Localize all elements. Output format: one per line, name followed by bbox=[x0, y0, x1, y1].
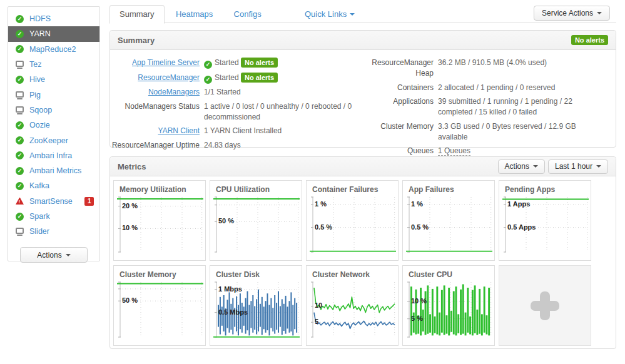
sidebar-service-list: ✓HDFS✓YARN✓MapReduce2Tez✓HivePigSqoop✓Oo… bbox=[8, 11, 99, 239]
chart-axis-label: 0.5 % bbox=[411, 223, 429, 231]
sidebar-item-zookeeper[interactable]: ✓ZooKeeper bbox=[8, 133, 99, 148]
chevron-down-icon bbox=[66, 254, 71, 256]
sidebar-item-pig[interactable]: Pig bbox=[8, 87, 99, 102]
metric-tile-pending-apps[interactable]: Pending Apps1 Apps0.5 Apps bbox=[499, 180, 591, 261]
chevron-down-icon bbox=[596, 165, 601, 168]
service-actions-label: Service Actions bbox=[542, 9, 593, 18]
sidebar-item-label: MapReduce2 bbox=[29, 45, 76, 54]
tab-summary[interactable]: Summary bbox=[109, 5, 165, 24]
ambari-yarn-summary-page: ✓HDFS✓YARN✓MapReduce2Tez✓HivePigSqoop✓Oo… bbox=[0, 0, 625, 364]
chart-axis-label: 10 % bbox=[122, 224, 138, 231]
summary-body: App Timeline Server✓Started No alertsRes… bbox=[110, 50, 616, 160]
metric-tile-title: Pending Apps bbox=[499, 181, 591, 196]
summary-left-column: App Timeline Server✓Started No alertsRes… bbox=[111, 58, 359, 160]
sidebar-item-hdfs[interactable]: ✓HDFS bbox=[8, 11, 99, 26]
sidebar-actions-button[interactable]: Actions bbox=[20, 247, 87, 263]
summary-row-label: Applications bbox=[359, 96, 438, 118]
time-range-button[interactable]: Last 1 hour bbox=[548, 159, 608, 174]
alert-triangle-icon: ! bbox=[16, 198, 24, 205]
summary-row-app-timeline-server: App Timeline Server✓Started No alerts bbox=[111, 58, 359, 69]
summary-row-nodemanagers: NodeManagers1/1 Started bbox=[111, 87, 359, 98]
health-ok-icon: ✓ bbox=[16, 30, 24, 38]
metric-tile-chart: 1 Apps0.5 Apps bbox=[502, 196, 587, 253]
sidebar-item-slider[interactable]: Slider bbox=[8, 224, 99, 239]
add-widget-tile[interactable] bbox=[499, 265, 591, 346]
health-ok-icon: ✓ bbox=[204, 61, 212, 69]
tab-configs[interactable]: Configs bbox=[225, 6, 271, 23]
sidebar-item-tez[interactable]: Tez bbox=[8, 57, 99, 72]
summary-panel: Summary No alerts App Timeline Server✓St… bbox=[109, 30, 616, 148]
summary-row-value: 36.2 MB / 910.5 MB (4.0% used) bbox=[438, 58, 607, 79]
summary-row-value: 1 YARN Client Installed bbox=[204, 126, 359, 136]
health-ok-icon: ✓ bbox=[16, 167, 24, 175]
exclamation-mark: ! bbox=[19, 200, 21, 205]
sidebar-item-oozie[interactable]: ✓Oozie bbox=[8, 118, 99, 133]
summary-row-applications: Applications39 submitted / 1 running / 1… bbox=[359, 96, 607, 118]
sidebar-item-label: Ambari Metrics bbox=[29, 166, 81, 175]
sidebar-item-mapreduce2[interactable]: ✓MapReduce2 bbox=[8, 42, 99, 57]
chart-axis-label: 10 bbox=[315, 301, 322, 309]
health-ok-icon: ✓ bbox=[16, 15, 24, 23]
no-alerts-badge[interactable]: No alerts bbox=[241, 73, 278, 83]
summary-label-link[interactable]: YARN Client bbox=[158, 126, 200, 135]
sidebar-item-kafka[interactable]: ✓Kafka bbox=[8, 178, 99, 193]
metric-tile-cluster-disk[interactable]: Cluster Disk1 Mbps0.5 Mbps bbox=[210, 265, 302, 346]
sidebar-item-label: Spark bbox=[29, 212, 50, 221]
chevron-down-icon bbox=[533, 165, 538, 168]
summary-row-queues: Queues1 Queues bbox=[359, 146, 607, 156]
summary-row-value: 24.83 days bbox=[204, 140, 359, 151]
metrics-panel-title: Metrics bbox=[118, 162, 146, 171]
summary-row-label: Cluster Memory bbox=[359, 121, 438, 143]
sidebar-item-spark[interactable]: ✓Spark bbox=[8, 209, 99, 224]
metric-tile-cluster-cpu[interactable]: Cluster CPU10 %5 % bbox=[402, 265, 495, 346]
metric-tile-row: Memory Utilization20 %10 %CPU Utilizatio… bbox=[113, 180, 616, 261]
no-alerts-badge[interactable]: No alerts bbox=[241, 58, 278, 68]
no-alerts-badge[interactable]: No alerts bbox=[571, 35, 608, 45]
sidebar-item-label: Tez bbox=[29, 60, 41, 69]
sidebar-item-smartsense[interactable]: !SmartSense1 bbox=[8, 194, 99, 209]
metrics-actions-button[interactable]: Actions bbox=[498, 159, 545, 174]
summary-row-label: NodeManagers Status bbox=[111, 101, 204, 123]
metric-tile-cluster-memory[interactable]: Cluster Memory50 % bbox=[113, 265, 206, 346]
metrics-actions-label: Actions bbox=[505, 162, 529, 171]
metric-tile-title: Cluster Disk bbox=[210, 266, 302, 281]
summary-label-link[interactable]: App Timeline Server bbox=[132, 58, 200, 67]
summary-row-value: 3.3 GB used / 0 Bytes reserved / 12.9 GB… bbox=[438, 121, 607, 143]
chart-axis-label: 10 % bbox=[411, 297, 427, 305]
sidebar-item-label: Oozie bbox=[29, 121, 50, 129]
metric-tile-chart: 1 Mbps0.5 Mbps bbox=[213, 281, 298, 338]
metric-tile-container-failures[interactable]: Container Failures1 %0.5 % bbox=[306, 180, 399, 261]
summary-row-label: Containers bbox=[359, 83, 438, 93]
tab-heatmaps[interactable]: Heatmaps bbox=[166, 6, 222, 23]
chart-axis-label: 5 bbox=[315, 318, 318, 325]
summary-label-link[interactable]: NodeManagers bbox=[148, 88, 200, 96]
health-ok-icon: ✓ bbox=[204, 76, 212, 84]
alert-count-badge[interactable]: 1 bbox=[84, 197, 94, 206]
chart-axis-label: 20 % bbox=[122, 202, 138, 210]
plus-icon bbox=[540, 291, 550, 320]
metric-tile-memory-utilization[interactable]: Memory Utilization20 %10 % bbox=[113, 180, 206, 261]
sidebar-item-label: Pig bbox=[29, 91, 41, 99]
sidebar-item-ambari-metrics[interactable]: ✓Ambari Metrics bbox=[8, 163, 99, 178]
chart-axis-label: 1 Apps bbox=[507, 200, 530, 208]
time-range-label: Last 1 hour bbox=[555, 162, 592, 171]
sidebar-item-yarn[interactable]: ✓YARN bbox=[8, 26, 99, 41]
summary-row-resourcemanager: ResourceManager✓Started No alerts bbox=[111, 73, 359, 84]
sidebar-item-label: Slider bbox=[29, 227, 49, 236]
sidebar-item-label: Hive bbox=[29, 75, 45, 84]
sidebar-item-sqoop[interactable]: Sqoop bbox=[8, 103, 99, 118]
summary-row-label: NodeManagers bbox=[111, 87, 204, 98]
service-actions-button[interactable]: Service Actions bbox=[534, 6, 610, 21]
sidebar-item-hive[interactable]: ✓Hive bbox=[8, 72, 99, 87]
metric-tile-app-failures[interactable]: App Failures1 %0.5 % bbox=[402, 180, 495, 261]
summary-row-value: ✓Started No alerts bbox=[204, 73, 359, 84]
quick-links-dropdown[interactable]: Quick Links bbox=[305, 9, 355, 19]
metric-tile-cpu-utilization[interactable]: CPU Utilization50 % bbox=[210, 180, 302, 261]
metric-tile-chart: 1 %0.5 % bbox=[310, 196, 395, 253]
sidebar-item-ambari-infra[interactable]: ✓Ambari Infra bbox=[8, 148, 99, 163]
metric-tile-title: CPU Utilization bbox=[210, 181, 302, 196]
metric-tile-cluster-network[interactable]: Cluster Network105 bbox=[306, 265, 399, 346]
summary-panel-title: Summary bbox=[118, 36, 155, 45]
queues-link[interactable]: 1 Queues bbox=[438, 146, 470, 156]
summary-label-link[interactable]: ResourceManager bbox=[138, 73, 200, 82]
